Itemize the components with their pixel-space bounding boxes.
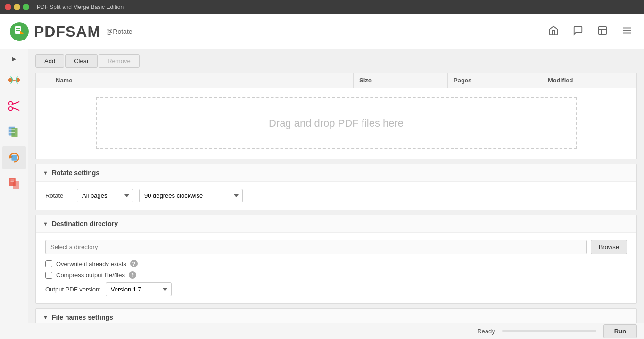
degrees-select[interactable]: 90 degrees clockwise 90 degrees counter-…: [139, 189, 243, 202]
compress-help-icon[interactable]: ?: [129, 271, 136, 279]
sidebar-toggle-icon: ▶: [12, 56, 16, 62]
sidebar-item-split[interactable]: [2, 94, 26, 118]
compress-label: Compress output file/files: [56, 272, 125, 279]
directory-row: Browse: [45, 240, 627, 254]
rotate-settings-arrow: ▼: [43, 170, 48, 176]
svg-rect-6: [599, 26, 607, 34]
rotate-settings-section: ▼ Rotate settings Rotate All pages Even …: [35, 164, 637, 210]
destination-section: ▼ Destination directory Browse Overwrite…: [35, 215, 637, 304]
main-layout: ▶: [0, 49, 644, 339]
overwrite-row: Overwrite if already exists ?: [45, 260, 627, 267]
rotate-icon: [7, 151, 21, 165]
col-checkbox: [36, 73, 50, 88]
sidebar-item-rotate[interactable]: [2, 146, 26, 170]
destination-body: Browse Overwrite if already exists ? Com…: [36, 233, 636, 303]
rotate-label: Rotate: [45, 192, 71, 199]
pdf-version-label: Output PDF version:: [45, 286, 101, 293]
home-button[interactable]: [546, 23, 561, 40]
minimize-button[interactable]: [14, 4, 20, 10]
pdf-version-select[interactable]: Version 1.7 Version 1.6 Version 1.5 Vers…: [106, 282, 172, 296]
svg-point-15: [8, 102, 12, 105]
scissors-icon: [7, 99, 21, 113]
col-modified: Modified: [542, 73, 636, 88]
browse-button[interactable]: Browse: [591, 240, 627, 254]
file-names-title: File names settings: [52, 314, 113, 321]
table-body[interactable]: Drag and drop PDF files here: [36, 88, 636, 159]
destination-arrow: ▼: [43, 221, 48, 226]
file-table: Name Size Pages Modified Drag and drop P…: [35, 73, 637, 159]
window-title: PDF Split and Merge Basic Edition: [37, 4, 124, 10]
svg-line-18: [12, 108, 19, 111]
rotate-settings-body: Rotate All pages Even pages Odd pages 90…: [36, 182, 636, 210]
run-button[interactable]: Run: [603, 324, 637, 338]
col-size: Size: [354, 73, 448, 88]
sidebar-item-extract[interactable]: [2, 172, 26, 195]
news-button[interactable]: [595, 23, 610, 40]
svg-rect-26: [13, 181, 19, 189]
menu-button[interactable]: [619, 23, 635, 40]
directory-input[interactable]: [45, 240, 587, 254]
remove-button: Remove: [99, 54, 139, 68]
svg-point-16: [8, 107, 12, 111]
sidebar-item-merge[interactable]: [2, 68, 26, 92]
app-logo: PDFSAM @Rotate: [9, 22, 132, 41]
compress-checkbox[interactable]: [45, 272, 52, 279]
add-button[interactable]: Add: [35, 54, 64, 68]
overwrite-help-icon[interactable]: ?: [130, 260, 138, 267]
content-area: Add Clear Remove Name Size Pages Modifie…: [28, 49, 644, 339]
close-button[interactable]: [5, 4, 11, 10]
destination-header[interactable]: ▼ Destination directory: [36, 215, 636, 233]
header-icons: [546, 23, 635, 40]
app-subtitle: @Rotate: [106, 28, 132, 35]
svg-rect-2: [16, 28, 20, 29]
overwrite-label: Overwrite if already exists: [56, 260, 126, 267]
destination-title: Destination directory: [52, 220, 118, 227]
app-name: PDFSAM: [34, 23, 100, 40]
statusbar: Ready Run: [0, 323, 644, 339]
progress-bar: [502, 330, 596, 332]
notification-button[interactable]: [570, 23, 586, 40]
merge-icon: [7, 73, 21, 87]
col-pages: Pages: [448, 73, 542, 88]
extract-icon: [7, 177, 21, 191]
svg-rect-24: [11, 155, 17, 160]
rotate-row: Rotate All pages Even pages Odd pages 90…: [45, 189, 627, 202]
overwrite-checkbox[interactable]: [45, 260, 52, 267]
svg-line-17: [12, 102, 19, 105]
rotate-settings-title: Rotate settings: [52, 169, 99, 177]
maximize-button[interactable]: [23, 4, 29, 10]
sidebar-item-split-bookmarks[interactable]: [2, 120, 26, 144]
sidebar: ▶: [0, 49, 28, 339]
svg-rect-4: [16, 32, 18, 32]
status-text: Ready: [477, 328, 495, 335]
toolbar: Add Clear Remove: [35, 54, 637, 68]
file-names-arrow: ▼: [43, 315, 48, 320]
svg-rect-3: [16, 30, 20, 31]
titlebar: PDF Split and Merge Basic Edition: [0, 0, 644, 14]
pages-select[interactable]: All pages Even pages Odd pages: [77, 189, 133, 202]
split-bookmarks-icon: [7, 125, 21, 139]
drop-zone[interactable]: Drag and drop PDF files here: [96, 97, 576, 149]
app-header: PDFSAM @Rotate: [0, 14, 644, 49]
pdfsam-logo-icon: [9, 22, 29, 41]
table-header: Name Size Pages Modified: [36, 73, 636, 88]
sidebar-toggle[interactable]: ▶: [7, 54, 21, 64]
pdf-version-row: Output PDF version: Version 1.7 Version …: [45, 282, 627, 296]
col-name: Name: [50, 73, 354, 88]
clear-button[interactable]: Clear: [65, 54, 98, 68]
rotate-settings-header[interactable]: ▼ Rotate settings: [36, 164, 636, 182]
window-controls: [5, 4, 29, 10]
compress-row: Compress output file/files ?: [45, 271, 627, 279]
